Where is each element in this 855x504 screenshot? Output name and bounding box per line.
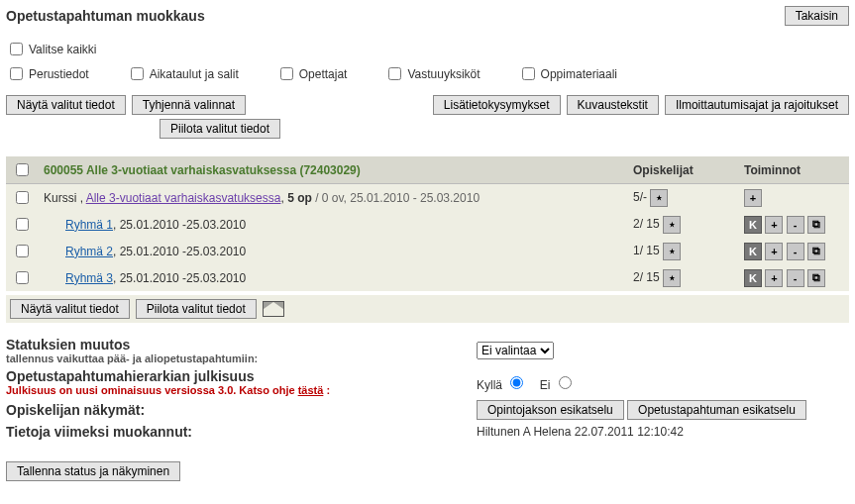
group-link[interactable]: Ryhmä 3 [65,271,113,285]
publicity-no-radio[interactable] [559,376,572,389]
table-select-all-checkbox[interactable] [16,163,29,176]
group-link[interactable]: Ryhmä 1 [65,218,113,232]
aikataulut-checkbox[interactable] [131,67,144,80]
vastuuyksikot-checkbox[interactable] [388,67,401,80]
show-selected-button[interactable]: Näytä valitut tiedot [6,95,126,115]
course-link[interactable]: Alle 3-vuotiaat varhaiskasvatuksessa [86,191,281,205]
table-row: Ryhmä 3, 25.01.2010 -25.03.2010 2/ 15 ⭑ … [6,264,849,291]
opettajat-label: Opettajat [299,67,348,81]
table-row: Kurssi , Alle 3-vuotiaat varhaiskasvatuk… [6,184,849,212]
oppimateriaali-checkbox[interactable] [522,67,535,80]
student-views-title: Opiskelijan näkymät: [6,402,477,418]
k-icon[interactable]: K [744,269,762,287]
events-table: 600055 Alle 3-vuotiaat varhaiskasvatukse… [6,156,849,291]
save-status-button[interactable]: Tallenna status ja näkyminen [6,461,180,481]
table-row: Ryhmä 2, 25.01.2010 -25.03.2010 1/ 15 ⭑ … [6,238,849,264]
k-icon[interactable]: K [744,243,762,260]
students-header: Opiskelijat [627,156,738,184]
group-dates: , 25.01.2010 -25.03.2010 [113,218,246,232]
publicity-title: Opetustapahtumahierarkian julkisuus [6,368,477,384]
plus-icon[interactable]: + [765,269,783,287]
row-checkbox[interactable] [16,191,29,204]
course-preview-button[interactable]: Opintojakson esikatselu [477,400,624,420]
group-dates: , 25.01.2010 -25.03.2010 [113,245,246,258]
minus-icon[interactable]: - [787,216,804,234]
copy-icon[interactable]: ⧉ [807,269,825,287]
extra-questions-button[interactable]: Lisätietokysymykset [433,95,561,115]
description-texts-button[interactable]: Kuvaustekstit [567,95,659,115]
minus-icon[interactable]: - [787,269,804,287]
copy-icon[interactable]: ⧉ [807,243,825,260]
publicity-no-label: Ei [540,378,575,392]
status-title: Statuksien muutos [6,337,477,353]
hide-selected-button-2[interactable]: Piilota valitut tiedot [136,299,257,319]
students-count: 1/ 15 [633,244,660,257]
course-meta: / 0 ov, 25.01.2010 - 25.03.2010 [315,191,480,205]
modified-value: Hiltunen A Helena 22.07.2011 12:10:42 [477,425,684,439]
k-icon[interactable]: K [744,216,762,234]
oppimateriaali-label: Oppimateriaali [541,67,617,81]
publicity-note: Julkisuus on uusi ominaisuus versiossa 3… [6,384,477,396]
publicity-help-link[interactable]: tästä [298,384,324,396]
publicity-yes-radio[interactable] [510,376,523,389]
course-type: Kurssi [44,191,76,205]
perustiedot-checkbox[interactable] [10,67,23,80]
minus-icon[interactable]: - [787,243,804,260]
course-header: 600055 Alle 3-vuotiaat varhaiskasvatukse… [44,163,361,177]
group-link[interactable]: Ryhmä 2 [65,245,113,258]
aikataulut-label: Aikataulut ja salit [150,67,239,81]
person-icon[interactable]: ⭑ [650,189,668,207]
publicity-yes-label: Kyllä [477,378,526,392]
course-credits: 5 op [287,191,312,205]
person-icon[interactable]: ⭑ [663,243,681,260]
perustiedot-label: Perustiedot [29,67,89,81]
students-count: 2/ 15 [633,217,660,231]
actions-header: Toiminnot [738,156,849,184]
clear-selection-button[interactable]: Tyhjennä valinnat [132,95,246,115]
hide-selected-button[interactable]: Piilota valitut tiedot [160,119,280,139]
enrollment-restrictions-button[interactable]: Ilmoittautumisajat ja rajoitukset [665,95,849,115]
row-checkbox[interactable] [16,271,29,284]
students-count: 5/- [633,190,647,204]
page-title: Opetustapahtuman muokkaus [6,8,205,24]
status-note: tallennus vaikuttaa pää- ja aliopetustap… [6,353,477,364]
back-button[interactable]: Takaisin [785,6,849,26]
status-select[interactable]: Ei valintaa [477,342,554,359]
opettajat-checkbox[interactable] [280,67,293,80]
person-icon[interactable]: ⭑ [663,269,681,287]
group-dates: , 25.01.2010 -25.03.2010 [113,271,246,285]
row-checkbox[interactable] [16,218,29,231]
event-preview-button[interactable]: Opetustapahtuman esikatselu [627,400,806,420]
plus-icon[interactable]: + [744,189,762,207]
show-selected-button-2[interactable]: Näytä valitut tiedot [10,299,130,319]
select-all-label: Valitse kaikki [29,43,96,56]
person-icon[interactable]: ⭑ [663,216,681,234]
select-all-checkbox[interactable] [10,43,23,55]
mail-icon[interactable] [263,301,284,317]
plus-icon[interactable]: + [765,243,783,260]
plus-icon[interactable]: + [765,216,783,234]
table-row: Ryhmä 1, 25.01.2010 -25.03.2010 2/ 15 ⭑ … [6,211,849,238]
modified-label: Tietoja viimeksi muokannut: [6,424,477,440]
students-count: 2/ 15 [633,270,660,284]
row-checkbox[interactable] [16,245,29,257]
vastuuyksikot-label: Vastuuyksiköt [407,67,480,81]
copy-icon[interactable]: ⧉ [807,216,825,234]
